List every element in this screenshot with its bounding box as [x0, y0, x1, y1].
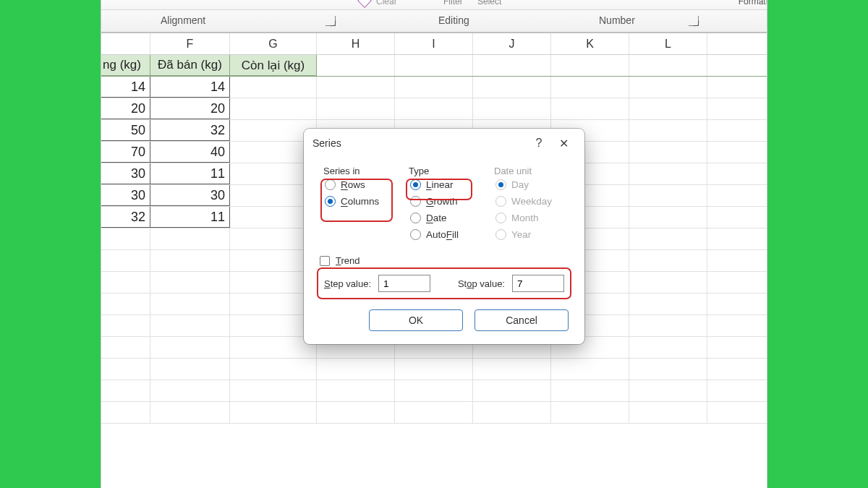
cell[interactable]: 11: [150, 163, 230, 184]
cell[interactable]: [629, 359, 707, 380]
column-header-H[interactable]: H: [317, 33, 395, 54]
cell[interactable]: [551, 55, 629, 76]
cell[interactable]: [395, 402, 473, 423]
cell[interactable]: [629, 142, 707, 163]
cell[interactable]: [230, 98, 317, 119]
filter-button-label[interactable]: Filter ˅: [443, 0, 469, 7]
cell[interactable]: [317, 402, 395, 423]
header-cell-e-tail[interactable]: ng (kg): [101, 55, 150, 76]
cancel-button[interactable]: Cancel: [475, 309, 569, 331]
cell[interactable]: [230, 380, 317, 401]
radio-rows[interactable]: Rows: [323, 176, 390, 193]
radio-date[interactable]: Date: [409, 210, 475, 226]
cell[interactable]: [473, 98, 551, 119]
cell[interactable]: [629, 380, 707, 401]
cell[interactable]: [551, 380, 629, 401]
cell[interactable]: 32: [101, 207, 150, 228]
cell[interactable]: [551, 98, 629, 119]
cell[interactable]: [101, 294, 150, 314]
cell[interactable]: [230, 402, 317, 423]
cell[interactable]: [150, 315, 230, 336]
radio-growth[interactable]: Growth: [409, 193, 475, 210]
ok-button[interactable]: OK: [369, 309, 463, 331]
radio-autofill[interactable]: AutoFill: [409, 226, 475, 243]
cell[interactable]: [150, 380, 230, 401]
cell[interactable]: [629, 228, 707, 249]
cell[interactable]: [629, 250, 707, 271]
cell[interactable]: 70: [101, 142, 150, 163]
radio-linear[interactable]: Linear: [409, 176, 475, 193]
dialog-titlebar[interactable]: Series ? ✕: [304, 129, 584, 158]
cell[interactable]: [101, 380, 150, 401]
cell[interactable]: [551, 402, 629, 423]
cell[interactable]: [101, 272, 150, 293]
cell[interactable]: 32: [150, 120, 230, 141]
cell[interactable]: [629, 185, 707, 206]
cell[interactable]: [101, 315, 150, 336]
cell[interactable]: [101, 402, 150, 423]
column-header-J[interactable]: J: [473, 33, 551, 54]
header-cell-f[interactable]: Đã bán (kg): [150, 55, 230, 76]
column-header-row[interactable]: FGHIJKL: [101, 33, 767, 55]
cell[interactable]: 14: [150, 77, 230, 98]
cell[interactable]: [629, 337, 707, 358]
cell[interactable]: [150, 402, 230, 423]
cell[interactable]: [230, 359, 317, 380]
cell[interactable]: 14: [101, 77, 150, 98]
cell[interactable]: 30: [101, 185, 150, 206]
column-header-corner[interactable]: [101, 33, 150, 54]
cell[interactable]: [317, 55, 395, 76]
cell[interactable]: [101, 250, 150, 271]
cell[interactable]: [317, 98, 395, 119]
stop-value-input[interactable]: [512, 275, 564, 292]
cell[interactable]: [395, 98, 473, 119]
cell[interactable]: [150, 250, 230, 271]
header-cell-g[interactable]: Còn lại (kg): [230, 55, 317, 76]
cell[interactable]: [473, 55, 551, 76]
cell[interactable]: 40: [150, 142, 230, 163]
column-header-I[interactable]: I: [395, 33, 473, 54]
cell[interactable]: [629, 402, 707, 423]
cell[interactable]: 30: [150, 185, 230, 206]
cell[interactable]: [551, 359, 629, 380]
cell[interactable]: [317, 380, 395, 401]
clear-button-label[interactable]: Clear: [376, 0, 397, 7]
cell[interactable]: [551, 77, 629, 98]
cell[interactable]: [317, 77, 395, 98]
cell[interactable]: [150, 228, 230, 249]
cell[interactable]: [317, 359, 395, 380]
cell[interactable]: [629, 294, 707, 314]
cell[interactable]: [101, 228, 150, 249]
cell[interactable]: [629, 272, 707, 293]
cell[interactable]: [150, 359, 230, 380]
step-value-input[interactable]: [378, 275, 430, 292]
cell[interactable]: 50: [101, 120, 150, 141]
cell[interactable]: [473, 359, 551, 380]
column-header-K[interactable]: K: [551, 33, 629, 54]
alignment-launcher-icon[interactable]: [326, 16, 336, 26]
cell[interactable]: [101, 337, 150, 358]
column-header-F[interactable]: F: [150, 33, 230, 54]
cell[interactable]: [395, 380, 473, 401]
cell[interactable]: 11: [150, 207, 230, 228]
select-button-label[interactable]: Select ˅: [477, 0, 509, 7]
cell[interactable]: [629, 207, 707, 228]
column-header-L[interactable]: L: [629, 33, 707, 54]
cell[interactable]: [230, 77, 317, 98]
cell[interactable]: 20: [150, 98, 230, 119]
cell[interactable]: [629, 55, 707, 76]
cell[interactable]: [629, 77, 707, 98]
help-icon[interactable]: ?: [527, 137, 551, 150]
cell[interactable]: [629, 120, 707, 141]
cell[interactable]: [395, 55, 473, 76]
cell[interactable]: [150, 272, 230, 293]
cell[interactable]: [629, 98, 707, 119]
cell[interactable]: 20: [101, 98, 150, 119]
cell[interactable]: [473, 402, 551, 423]
format-button-partial[interactable]: Formatt: [739, 0, 767, 7]
cell[interactable]: [473, 380, 551, 401]
spreadsheet-area[interactable]: FGHIJKL ng (kg) Đã bán (kg) Còn lại (kg)…: [101, 33, 767, 488]
cell[interactable]: [150, 294, 230, 314]
cell[interactable]: [101, 359, 150, 380]
cell[interactable]: [629, 163, 707, 184]
